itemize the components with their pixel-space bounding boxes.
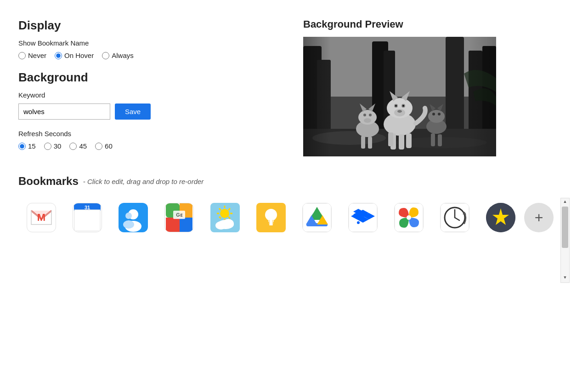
show-bookmark-label: Show Bookmark Name	[18, 39, 285, 47]
svg-point-72	[220, 209, 229, 218]
svg-point-58	[123, 220, 134, 229]
stars-icon	[486, 203, 515, 232]
contacts-svg	[119, 203, 147, 232]
radio-never-input[interactable]	[18, 52, 26, 59]
background-title: Background	[18, 70, 285, 85]
svg-rect-24	[399, 134, 404, 150]
timemachine-svg	[441, 203, 469, 232]
right-panel: Background Preview	[303, 18, 570, 156]
bookmark-gmail[interactable]: M	[18, 197, 64, 238]
svg-point-32	[369, 114, 372, 116]
slides-icon: Gᴇ	[164, 203, 194, 232]
refresh-45-input[interactable]	[69, 143, 77, 150]
svg-rect-44	[303, 37, 331, 156]
gmail-icon: M	[27, 203, 56, 232]
bookmark-slides[interactable]: Gᴇ	[156, 197, 202, 238]
svg-rect-26	[406, 133, 412, 148]
refresh-60-label: 60	[105, 142, 113, 150]
timemachine-icon	[440, 203, 469, 232]
bookmark-photos[interactable]	[386, 197, 432, 238]
gmail-svg: M	[30, 209, 52, 226]
add-bookmark-button[interactable]: +	[524, 203, 554, 232]
bookmarks-subtitle: - Click to edit, drag and drop to re-ord…	[83, 178, 204, 185]
svg-text:31: 31	[85, 205, 90, 210]
radio-always[interactable]: Always	[102, 52, 134, 59]
wolves-preview-image	[303, 37, 496, 156]
bookmarks-row-container: M 31 31	[18, 197, 570, 283]
svg-point-57	[125, 213, 132, 219]
bookmark-drive[interactable]	[294, 197, 340, 238]
svg-point-114	[407, 215, 411, 220]
refresh-30-input[interactable]	[44, 143, 51, 150]
svg-point-37	[428, 110, 445, 123]
refresh-45[interactable]: 45	[69, 142, 87, 150]
svg-rect-35	[368, 137, 372, 149]
keyword-input[interactable]	[18, 104, 110, 120]
bookmarks-section: Bookmarks - Click to edit, drag and drop…	[18, 175, 570, 283]
svg-text:M: M	[37, 212, 45, 223]
save-button[interactable]: Save	[115, 104, 151, 120]
bookmark-keep[interactable]	[248, 197, 294, 238]
scrollbar-down-arrow[interactable]: ▼	[561, 274, 569, 281]
bookmarks-scroll-area: M 31 31	[18, 197, 524, 238]
bookmarks-header: Bookmarks - Click to edit, drag and drop…	[18, 175, 570, 188]
refresh-label: Refresh Seconds	[18, 130, 285, 138]
radio-on-hover-label: On Hover	[64, 52, 94, 59]
refresh-30-label: 30	[54, 142, 62, 150]
refresh-15-label: 15	[28, 142, 36, 150]
left-panel: Display Show Bookmark Name Never On Hove…	[18, 18, 285, 156]
radio-never-label: Never	[28, 52, 46, 59]
bookmark-calendar[interactable]: 31 31	[64, 197, 110, 238]
svg-point-41	[438, 113, 441, 115]
weather-icon	[210, 203, 240, 232]
scrollbar-thumb[interactable]	[562, 207, 568, 248]
svg-rect-42	[431, 133, 435, 146]
keyword-label: Keyword	[18, 91, 285, 99]
svg-point-19	[395, 105, 397, 107]
scrollbar[interactable]: ▲ ▼	[560, 198, 570, 283]
bookmark-stars[interactable]	[478, 197, 524, 238]
dropbox-icon	[348, 203, 378, 232]
svg-rect-88	[269, 224, 273, 225]
scrollbar-up-arrow[interactable]: ▲	[561, 198, 569, 205]
svg-text:Gᴇ: Gᴇ	[176, 212, 183, 218]
svg-point-20	[402, 105, 404, 107]
svg-rect-53	[74, 210, 100, 231]
bookmark-timemachine[interactable]	[432, 197, 478, 238]
display-title: Display	[18, 18, 285, 33]
refresh-15-input[interactable]	[18, 143, 26, 150]
svg-rect-1	[303, 37, 496, 97]
radio-always-input[interactable]	[102, 52, 109, 59]
svg-point-22	[397, 110, 402, 113]
weather-svg	[211, 203, 239, 232]
keep-svg	[257, 203, 285, 232]
svg-rect-25	[388, 132, 393, 146]
photos-svg	[395, 203, 423, 232]
refresh-60-input[interactable]	[95, 143, 102, 150]
radio-on-hover-input[interactable]	[55, 52, 62, 59]
refresh-radio-group: 15 30 45 60	[18, 142, 285, 150]
top-section: Display Show Bookmark Name Never On Hove…	[18, 18, 570, 156]
contacts-icon	[119, 203, 148, 232]
svg-point-83	[223, 219, 234, 228]
dropbox-svg	[349, 203, 377, 232]
refresh-30[interactable]: 30	[44, 142, 62, 150]
radio-on-hover[interactable]: On Hover	[55, 52, 94, 59]
photos-icon	[394, 203, 424, 232]
keep-icon	[256, 203, 286, 232]
keyword-row: Save	[18, 104, 285, 120]
stars-svg	[486, 203, 515, 232]
refresh-15[interactable]: 15	[18, 142, 36, 150]
bookmark-dropbox[interactable]	[340, 197, 386, 238]
bookmark-contacts[interactable]	[110, 197, 156, 238]
drive-svg	[303, 203, 331, 232]
refresh-60[interactable]: 60	[95, 142, 113, 150]
radio-always-label: Always	[112, 52, 134, 59]
radio-never[interactable]: Never	[18, 52, 46, 59]
bookmarks-title: Bookmarks	[18, 175, 79, 188]
bookmark-weather[interactable]	[202, 197, 248, 238]
preview-title: Background Preview	[303, 18, 570, 30]
preview-image-container	[303, 37, 496, 156]
drive-icon	[302, 203, 332, 232]
refresh-45-label: 45	[79, 142, 87, 150]
